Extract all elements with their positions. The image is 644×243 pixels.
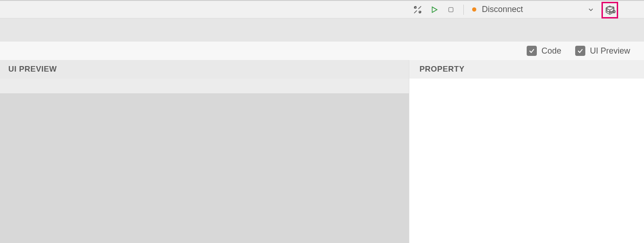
toolbar-spacer: [0, 18, 644, 42]
property-pane: [409, 79, 644, 243]
property-header-label: PROPERTY: [419, 65, 465, 74]
checkbox-checked-icon: [575, 46, 585, 56]
connection-status-label: Disconnect: [482, 5, 523, 14]
status-dot-icon: [472, 7, 476, 12]
ui-preview-pane: [0, 79, 409, 243]
toolbar-divider: [463, 5, 464, 15]
ui-preview-header: UI PREVIEW: [0, 60, 409, 79]
ui-preview-toggle[interactable]: UI Preview: [575, 46, 630, 56]
ui-preview-toggle-label: UI Preview: [590, 46, 630, 56]
main-content: [0, 79, 644, 243]
panel-headers: UI PREVIEW PROPERTY: [0, 60, 644, 79]
ui-preview-header-label: UI PREVIEW: [8, 65, 57, 74]
property-header: PROPERTY: [409, 60, 644, 79]
chevron-down-icon[interactable]: [585, 4, 597, 16]
stop-icon[interactable]: [445, 4, 457, 16]
preview-subheader-band: [0, 79, 409, 93]
code-toggle-label: Code: [541, 46, 561, 56]
svg-rect-3: [449, 7, 453, 12]
view-options-bar: Code UI Preview: [0, 42, 644, 60]
package-icon-highlighted[interactable]: [601, 2, 618, 18]
svg-marker-2: [432, 7, 437, 12]
checkbox-checked-icon: [527, 46, 537, 56]
tools-icon[interactable]: [412, 4, 424, 16]
preview-canvas[interactable]: [0, 93, 409, 243]
connection-status-button[interactable]: Disconnect: [470, 5, 525, 14]
main-toolbar: Disconnect: [0, 1, 644, 18]
play-icon[interactable]: [428, 4, 440, 16]
code-toggle[interactable]: Code: [527, 46, 561, 56]
